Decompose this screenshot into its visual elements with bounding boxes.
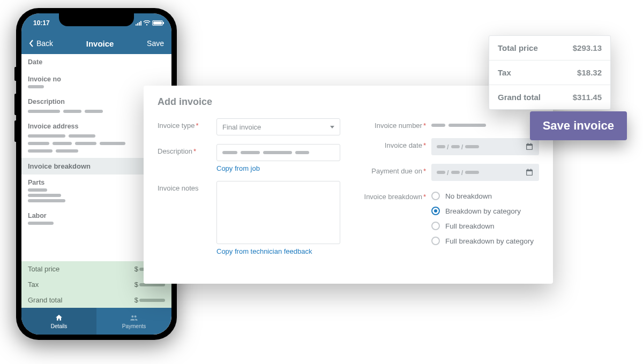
price-grand-total-value: $311.45 xyxy=(573,93,602,102)
label-invoice-breakdown: Invoice breakdown* xyxy=(356,189,426,201)
payment-due-input[interactable]: // xyxy=(431,164,539,181)
save-invoice-button[interactable]: Save invoice xyxy=(530,111,627,140)
price-tax-value: $18.32 xyxy=(577,68,602,77)
radio-no-breakdown[interactable]: No breakdown xyxy=(431,192,539,200)
field-label-date: Date xyxy=(28,58,165,66)
calendar-icon xyxy=(525,142,534,151)
placeholder-line xyxy=(28,85,44,88)
wifi-icon xyxy=(143,20,151,26)
price-summary: Total price$293.13 Tax$18.32 Grand total… xyxy=(489,35,611,110)
add-invoice-panel: Add invoice Invoice type* Final invoice … xyxy=(144,86,553,284)
field-label-invoice-no: Invoice no xyxy=(28,75,165,83)
label-invoice-date: Invoice date* xyxy=(356,138,426,149)
price-tax-label: Tax xyxy=(498,68,511,77)
description-input[interactable] xyxy=(216,144,340,161)
people-icon xyxy=(130,314,138,322)
signal-icon xyxy=(136,20,141,26)
nav-title: Invoice xyxy=(86,39,114,48)
label-description: Description* xyxy=(158,144,211,155)
calendar-icon xyxy=(525,168,534,177)
panel-title: Add invoice xyxy=(158,96,539,108)
label-invoice-number: Invoice number* xyxy=(356,118,426,130)
back-button[interactable]: Back xyxy=(29,39,53,48)
invoice-type-select[interactable]: Final invoice xyxy=(216,118,340,135)
phone-notch xyxy=(59,13,134,26)
price-total-value: $293.13 xyxy=(573,43,602,52)
price-total-label: Total price xyxy=(498,43,538,52)
mobile-save-button[interactable]: Save xyxy=(147,39,164,48)
invoice-breakdown-radios: No breakdown Breakdown by category Full … xyxy=(431,189,539,245)
mobile-grand-total-label: Grand total xyxy=(28,296,62,304)
label-invoice-type: Invoice type* xyxy=(158,118,211,130)
invoice-notes-textarea[interactable] xyxy=(216,181,340,244)
tab-details[interactable]: Details xyxy=(21,308,96,335)
status-time: 10:17 xyxy=(33,19,50,27)
price-grand-total-label: Grand total xyxy=(498,93,541,102)
copy-from-job-link[interactable]: Copy from job xyxy=(216,164,340,172)
tab-payments[interactable]: Payments xyxy=(96,308,171,335)
mobile-tax-label: Tax xyxy=(28,280,39,289)
home-icon xyxy=(55,314,63,322)
label-payment-due-on: Payment due on* xyxy=(356,164,426,175)
chevron-left-icon xyxy=(29,40,34,47)
radio-full-breakdown-by-category[interactable]: Full breakdown by category xyxy=(431,237,539,245)
invoice-date-input[interactable]: // xyxy=(431,138,539,155)
back-label: Back xyxy=(36,39,53,48)
nav-bar: Back Invoice Save xyxy=(21,33,171,54)
label-invoice-notes: Invoice notes xyxy=(158,181,211,192)
radio-full-breakdown[interactable]: Full breakdown xyxy=(431,222,539,230)
copy-from-technician-feedback-link[interactable]: Copy from technician feedback xyxy=(216,247,340,255)
battery-icon xyxy=(152,20,163,26)
tab-bar: Details Payments xyxy=(21,308,171,335)
radio-breakdown-by-category[interactable]: Breakdown by category xyxy=(431,207,539,215)
mobile-total-price-label: Total price xyxy=(28,265,59,273)
